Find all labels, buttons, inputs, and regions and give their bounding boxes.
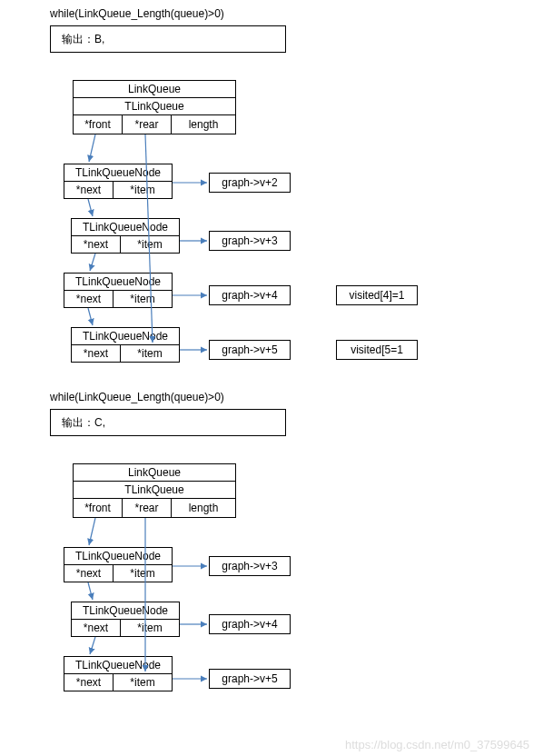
node-item: *item (120, 619, 180, 637)
svg-line-4 (88, 308, 93, 325)
node-title: TLinkQueueNode (64, 273, 173, 291)
node-next: *next (64, 564, 114, 582)
node-item: *item (120, 235, 180, 254)
target-box: graph->v+4 (209, 614, 291, 634)
visited-box: visited[5=1 (336, 340, 418, 360)
node-title: TLinkQueueNode (64, 164, 173, 182)
node-next: *next (71, 344, 121, 363)
node-item: *item (113, 673, 173, 691)
node-title: TLinkQueueNode (64, 547, 173, 565)
target-box: graph->v+2 (209, 173, 291, 193)
node-next: *next (64, 181, 114, 199)
rear-cell-2: *rear (122, 498, 172, 518)
rear-cell-1: *rear (122, 114, 172, 134)
visited-box: visited[4]=1 (336, 285, 418, 305)
node-title: TLinkQueueNode (71, 602, 180, 620)
node-next: *next (64, 673, 114, 691)
front-cell-1: *front (73, 114, 123, 134)
length-cell-1: length (171, 114, 236, 134)
target-box: graph->v+3 (209, 231, 291, 251)
svg-line-11 (88, 582, 93, 600)
target-box: graph->v+5 (209, 340, 291, 360)
front-cell-2: *front (73, 498, 123, 518)
target-box: graph->v+3 (209, 556, 291, 576)
while-condition-2: while(LinkQueue_Length(queue)>0) (50, 391, 224, 403)
while-condition-1: while(LinkQueue_Length(queue)>0) (50, 7, 224, 20)
node-item: *item (113, 564, 173, 582)
tlinkqueue-title-1: TLinkQueue (73, 97, 236, 115)
node-next: *next (71, 619, 121, 637)
output-box-2: 输出：C, (50, 409, 286, 436)
length-cell-2: length (171, 498, 236, 518)
linkqueue-title-1: LinkQueue (73, 80, 236, 98)
target-box: graph->v+4 (209, 285, 291, 305)
target-box: graph->v+5 (209, 669, 291, 689)
svg-line-0 (89, 134, 95, 162)
svg-line-2 (88, 199, 93, 216)
node-item: *item (113, 290, 173, 308)
node-item: *item (113, 181, 173, 199)
node-title: TLinkQueueNode (64, 656, 173, 674)
svg-line-3 (90, 254, 95, 271)
node-next: *next (64, 290, 114, 308)
tlinkqueue-title-2: TLinkQueue (73, 481, 236, 499)
node-next: *next (71, 235, 121, 254)
output-box-1: 输出：B, (50, 25, 286, 53)
svg-line-9 (89, 518, 95, 545)
node-title: TLinkQueueNode (71, 327, 180, 345)
watermark: https://blog.csdn.net/m0_37599645 (345, 738, 529, 751)
linkqueue-title-2: LinkQueue (73, 463, 236, 482)
node-title: TLinkQueueNode (71, 218, 180, 236)
node-item: *item (120, 344, 180, 363)
svg-line-12 (90, 637, 95, 654)
